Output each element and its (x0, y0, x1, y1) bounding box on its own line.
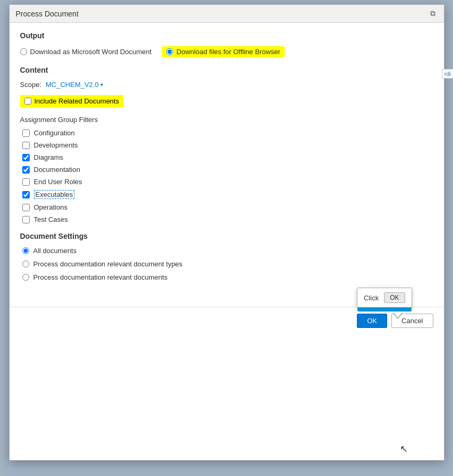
tooltip-ok-button[interactable]: OK (384, 292, 405, 303)
offline-browser-option[interactable]: Download files for Offline Browser (162, 46, 285, 57)
test-cases-checkbox[interactable] (22, 216, 30, 223)
word-document-option[interactable]: Download as Microsoft Word Document (20, 48, 152, 56)
output-radio-group: Download as Microsoft Word Document Down… (20, 46, 433, 57)
expand-button[interactable]: ⧉ (428, 8, 438, 19)
content-section-title: Content (20, 66, 433, 74)
document-settings-section: Document Settings All documents Process … (20, 232, 433, 281)
scope-value-text: MC_CHEM_V2.0 (46, 81, 99, 89)
rel-docs-radio[interactable] (22, 274, 29, 281)
scope-row: Scope: MC_CHEM_V2.0 ▾ (20, 81, 433, 89)
rel-docs-option: Process documentation relevant documents (22, 273, 433, 281)
diagrams-label[interactable]: Diagrams (34, 153, 64, 161)
tooltip-callout: Click OK (357, 288, 412, 308)
checkbox-documentation: Documentation (22, 166, 433, 174)
documentation-checkbox[interactable] (22, 166, 30, 174)
checkbox-diagrams: Diagrams (22, 153, 433, 161)
assignment-group-title: Assignment Group Filters (20, 116, 433, 124)
cursor-icon: ↖ (400, 443, 408, 455)
operations-checkbox[interactable] (22, 204, 30, 211)
output-section-title: Output (20, 31, 433, 40)
assignment-checkbox-list: Configuration Developments Diagrams (22, 129, 433, 223)
scope-label: Scope: (20, 81, 41, 89)
developments-checkbox[interactable] (22, 142, 30, 149)
executables-checkbox[interactable] (22, 191, 30, 198)
operations-label[interactable]: Operations (34, 203, 68, 211)
checkbox-configuration: Configuration (22, 129, 433, 137)
all-documents-label[interactable]: All documents (33, 247, 77, 255)
offline-browser-radio[interactable] (166, 48, 173, 55)
include-related-checkbox[interactable] (24, 98, 31, 105)
modal-title: Process Document (16, 10, 79, 18)
tooltip-highlight-bar (357, 307, 412, 311)
executables-label[interactable]: Executables (34, 190, 75, 199)
modal-overlay: Process Document ⧉ Output Download as Mi… (0, 0, 453, 476)
scope-dropdown[interactable]: MC_CHEM_V2.0 ▾ (46, 81, 103, 89)
checkbox-end-user-roles: End User Roles (22, 178, 433, 186)
end-user-roles-label[interactable]: End User Roles (34, 178, 82, 186)
rel-types-option: Process documentation relevant document … (22, 260, 433, 268)
checkbox-test-cases: Test Cases (22, 215, 433, 223)
end-user-roles-checkbox[interactable] (22, 178, 30, 186)
checkbox-operations: Operations (22, 203, 433, 211)
include-related-label[interactable]: Include Related Documents (35, 97, 119, 105)
modal-body: Output Download as Microsoft Word Docume… (10, 23, 444, 302)
developments-label[interactable]: Developments (34, 141, 78, 149)
document-settings-title: Document Settings (20, 232, 433, 240)
modal-dialog: Process Document ⧉ Output Download as Mi… (9, 4, 445, 461)
word-document-label: Download as Microsoft Word Document (30, 48, 152, 56)
document-settings-radio-list: All documents Process documentation rele… (22, 247, 433, 281)
configuration-checkbox[interactable] (22, 129, 30, 137)
output-section: Output Download as Microsoft Word Docume… (20, 31, 433, 57)
assignment-group-section: Assignment Group Filters Configuration D… (20, 116, 433, 223)
offline-browser-label: Download files for Offline Browser (176, 48, 280, 56)
configuration-label[interactable]: Configuration (34, 129, 75, 137)
checkbox-developments: Developments (22, 141, 433, 149)
include-related-row[interactable]: Include Related Documents (20, 95, 124, 107)
all-documents-radio[interactable] (22, 247, 29, 254)
checkbox-executables: Executables (22, 190, 433, 199)
ok-button[interactable]: OK (357, 314, 387, 328)
content-section: Content Scope: MC_CHEM_V2.0 ▾ Include Re… (20, 66, 433, 223)
tooltip-text: Click (364, 294, 379, 302)
right-edge-text: rdi (442, 69, 453, 79)
chevron-down-icon: ▾ (100, 82, 103, 88)
documentation-label[interactable]: Documentation (34, 166, 80, 174)
test-cases-label[interactable]: Test Cases (34, 215, 68, 223)
all-documents-option: All documents (22, 247, 433, 255)
diagrams-checkbox[interactable] (22, 154, 30, 161)
footer-buttons: Click OK OK Cancel (10, 307, 444, 334)
rel-docs-label[interactable]: Process documentation relevant documents (33, 273, 168, 281)
rel-types-radio[interactable] (22, 261, 29, 267)
word-document-radio[interactable] (20, 48, 27, 55)
modal-header: Process Document ⧉ (10, 5, 444, 23)
rel-types-label[interactable]: Process documentation relevant document … (33, 260, 183, 268)
